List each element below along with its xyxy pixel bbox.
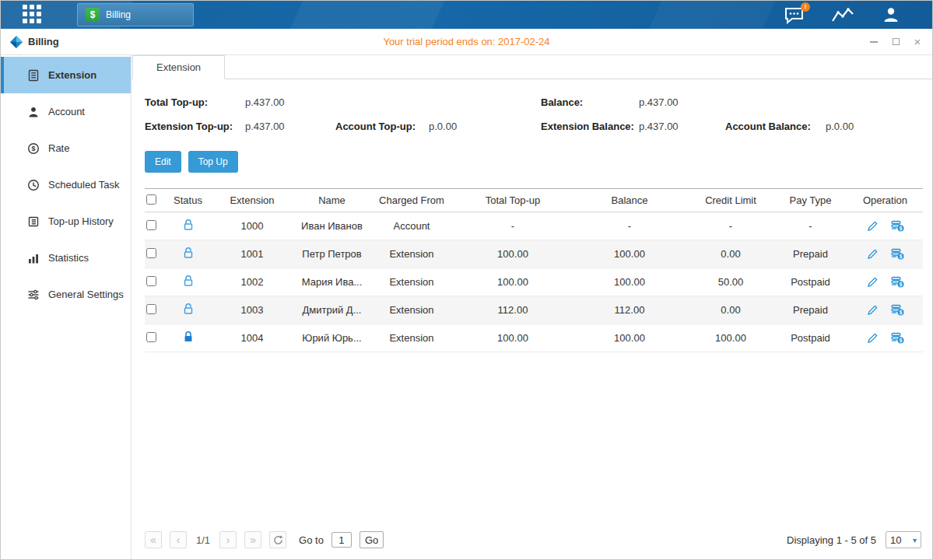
sidebar: Extension Account $ Rate Scheduled Task … <box>1 55 132 559</box>
sidebar-item-extension[interactable]: Extension <box>1 57 131 93</box>
next-page-button[interactable]: › <box>219 531 237 548</box>
account-topup-label: Account Top-up: <box>335 121 429 132</box>
col-operation: Operation <box>847 189 923 212</box>
page-size-select[interactable]: 10 ▾ <box>886 531 921 548</box>
sliders-icon <box>27 289 40 301</box>
row-checkbox[interactable] <box>146 332 156 342</box>
apps-menu-icon[interactable] <box>23 5 43 25</box>
history-list-icon <box>27 215 40 228</box>
messages-icon[interactable]: ! <box>784 6 805 24</box>
status-lock-icon <box>183 306 194 317</box>
goto-page-input[interactable] <box>331 532 352 548</box>
edit-row-icon[interactable] <box>867 332 879 344</box>
sidebar-item-rate[interactable]: $ Rate <box>1 130 131 166</box>
account-icon <box>27 106 40 118</box>
charged-from-cell: Extension <box>369 296 454 324</box>
sidebar-item-label: Extension <box>48 69 96 81</box>
edit-row-icon[interactable] <box>867 276 879 288</box>
topup-row-icon[interactable]: $ <box>891 248 904 260</box>
trial-notice: Your trial period ends on: 2017-02-24 <box>1 36 932 47</box>
extension-cell: 1000 <box>209 212 295 240</box>
extension-topup-label: Extension Top-up: <box>145 121 245 132</box>
sidebar-item-statistics[interactable]: Statistics <box>1 240 131 276</box>
credit-limit-cell: 0.00 <box>688 296 773 324</box>
extension-balance-label: Extension Balance: <box>541 121 639 132</box>
sidebar-item-label: Statistics <box>48 252 89 264</box>
topup-row-icon[interactable]: $ <box>891 276 904 288</box>
go-button[interactable]: Go <box>360 531 384 548</box>
extension-cell: 1002 <box>209 268 295 296</box>
stats-chart-icon[interactable] <box>831 7 854 23</box>
name-cell: Петр Петров <box>295 240 369 268</box>
displaying-text: Displaying 1 - 5 of 5 <box>787 534 876 546</box>
status-lock-icon <box>183 334 194 345</box>
titlebar: Billing Your trial period ends on: 2017-… <box>1 29 932 55</box>
total-topup-cell: 100.00 <box>454 240 571 268</box>
table-row[interactable]: 1001 Петр Петров Extension 100.00 100.00… <box>145 240 923 268</box>
charged-from-cell: Extension <box>369 240 454 268</box>
extension-cell: 1003 <box>209 296 295 324</box>
balance-cell: 100.00 <box>571 324 688 352</box>
svg-text:$: $ <box>31 145 35 152</box>
edit-row-icon[interactable] <box>867 248 879 260</box>
name-cell: Иван Иванов <box>295 212 369 240</box>
rate-icon: $ <box>27 142 40 155</box>
select-all-checkbox[interactable] <box>146 194 156 205</box>
col-status: Status <box>167 189 209 212</box>
sidebar-item-label: Top-up History <box>48 215 114 227</box>
pay-type-cell: Postpaid <box>773 268 847 296</box>
edit-row-icon[interactable] <box>867 304 879 316</box>
credit-limit-cell: 50.00 <box>688 268 773 296</box>
row-checkbox[interactable] <box>146 220 156 230</box>
topup-row-icon[interactable]: $ <box>891 220 904 232</box>
row-checkbox[interactable] <box>146 304 156 314</box>
close-icon[interactable]: × <box>912 37 923 47</box>
page-indicator: 1/1 <box>195 534 212 546</box>
bar-chart-icon <box>27 252 40 264</box>
extension-icon <box>27 69 40 82</box>
credit-limit-cell: - <box>688 212 773 240</box>
last-page-button[interactable]: » <box>244 531 261 548</box>
sidebar-item-scheduled-task[interactable]: Scheduled Task <box>1 166 131 203</box>
sidebar-item-topup-history[interactable]: Top-up History <box>1 203 131 240</box>
first-page-button[interactable]: « <box>145 531 162 548</box>
top-up-button[interactable]: Top Up <box>188 151 238 173</box>
maximize-icon[interactable] <box>890 37 901 47</box>
user-account-icon[interactable] <box>881 5 901 24</box>
notification-badge: ! <box>801 2 810 12</box>
total-topup-cell: 112.00 <box>454 296 571 324</box>
charged-from-cell: Extension <box>369 324 454 352</box>
edit-row-icon[interactable] <box>867 220 879 232</box>
col-credit-limit: Credit Limit <box>688 189 773 212</box>
prev-page-button[interactable]: ‹ <box>170 531 187 548</box>
total-topup-cell: 100.00 <box>454 324 571 352</box>
row-checkbox[interactable] <box>146 276 156 286</box>
sidebar-item-label: Rate <box>48 142 69 154</box>
window-title: Billing <box>28 36 59 47</box>
status-lock-icon <box>183 278 194 289</box>
row-checkbox[interactable] <box>146 248 156 258</box>
credit-limit-cell: 100.00 <box>688 324 773 352</box>
table-row[interactable]: 1003 Дмитрий Д... Extension 112.00 112.0… <box>145 296 923 324</box>
refresh-icon[interactable] <box>269 531 286 548</box>
sidebar-item-general-settings[interactable]: General Settings <box>1 276 131 313</box>
tab-extension[interactable]: Extension <box>132 55 225 79</box>
minimize-icon[interactable] <box>868 37 879 47</box>
topup-row-icon[interactable]: $ <box>891 304 904 316</box>
table-row[interactable]: 1000 Иван Иванов Account - - - - $ <box>145 212 923 240</box>
account-balance-label: Account Balance: <box>725 121 826 132</box>
table-row[interactable]: 1004 Юрий Юрь... Extension 100.00 100.00… <box>145 324 923 352</box>
balance-cell: 100.00 <box>571 240 688 268</box>
account-balance-value: p.0.00 <box>826 121 854 132</box>
sidebar-item-account[interactable]: Account <box>1 93 131 130</box>
total-topup-cell: - <box>454 212 571 240</box>
balance-cell: 100.00 <box>571 268 688 296</box>
col-name: Name <box>295 189 369 212</box>
charged-from-cell: Extension <box>369 268 454 296</box>
table-row[interactable]: 1002 Мария Ива... Extension 100.00 100.0… <box>145 268 923 296</box>
edit-button[interactable]: Edit <box>145 151 181 173</box>
topup-row-icon[interactable]: $ <box>891 332 904 344</box>
billing-app-tab[interactable]: $ Billing <box>77 3 194 26</box>
page-size-value: 10 <box>890 534 901 546</box>
extension-balance-value: p.437.00 <box>639 121 725 132</box>
